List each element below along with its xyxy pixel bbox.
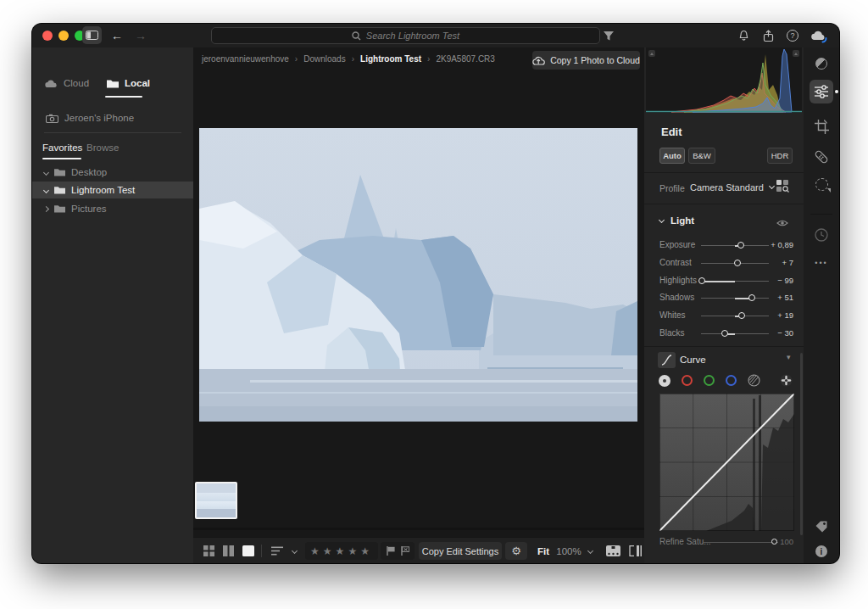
curve-collapse-dropdown[interactable]: ▾: [787, 353, 791, 361]
bw-button[interactable]: B&W: [688, 148, 715, 164]
breadcrumb-item[interactable]: Downloads: [303, 54, 345, 64]
forward-button[interactable]: →: [134, 29, 147, 42]
device-row-iphone[interactable]: Jeroen's iPhone: [46, 113, 134, 123]
sort-button[interactable]: [270, 538, 285, 564]
bottom-toolbar: ★★★★★ Copy Edit Settings ⚙ Fit 100%: [193, 537, 644, 563]
contrast-slider[interactable]: [701, 263, 769, 264]
versions-button[interactable]: [804, 227, 839, 243]
star-rating-control[interactable]: ★★★★★: [305, 542, 378, 560]
curve-channel-green[interactable]: [704, 375, 715, 386]
breadcrumb-item-file[interactable]: 2K9A5807.CR3: [436, 54, 495, 64]
tab-favorites[interactable]: Favorites: [42, 142, 82, 153]
sort-order-dropdown[interactable]: [289, 538, 299, 564]
settings-gear-button[interactable]: ⚙: [505, 542, 527, 560]
curve-channel-all[interactable]: [659, 375, 670, 387]
star-icon[interactable]: ★: [310, 545, 323, 557]
curve-channel-blue[interactable]: [726, 375, 737, 386]
slider-knob[interactable]: [771, 539, 777, 545]
star-icon[interactable]: ★: [348, 545, 360, 557]
crop-tool-button[interactable]: [804, 119, 839, 134]
star-icon[interactable]: ★: [323, 545, 336, 557]
curve-channel-red[interactable]: [682, 375, 693, 386]
filmstrip-scrollbar[interactable]: [193, 528, 644, 530]
shadow-clipping-toggle[interactable]: [648, 50, 655, 57]
tab-cloud[interactable]: Cloud: [44, 78, 89, 88]
zoom-dropdown[interactable]: [585, 538, 595, 564]
slider-knob[interactable]: [721, 330, 728, 337]
forward-icon: →: [135, 30, 147, 42]
clock-icon: [815, 228, 828, 242]
filmstrip-toggle-button[interactable]: [604, 538, 622, 564]
info-button[interactable]: i: [804, 544, 839, 559]
highlights-slider[interactable]: [701, 281, 769, 282]
shadows-slider[interactable]: [701, 298, 769, 299]
slider-knob[interactable]: [748, 294, 755, 301]
profile-browser-button[interactable]: [776, 180, 789, 196]
tone-curve-editor[interactable]: [659, 394, 794, 531]
zoom-level[interactable]: 100%: [554, 538, 583, 564]
tree-item-lightroom-test[interactable]: Lightroom Test: [44, 185, 135, 195]
notifications-button[interactable]: [736, 28, 751, 43]
auto-button[interactable]: Auto: [659, 148, 685, 164]
tag-icon: [815, 520, 828, 534]
fit-button[interactable]: Fit: [534, 538, 553, 564]
tab-browse[interactable]: Browse: [86, 142, 119, 153]
back-button[interactable]: ←: [110, 29, 124, 42]
flag-pick-icon[interactable]: [387, 546, 395, 556]
blacks-slider[interactable]: [701, 333, 769, 334]
slider-knob[interactable]: [738, 312, 745, 319]
healing-tool-button[interactable]: [804, 149, 839, 165]
before-after-button[interactable]: [627, 538, 644, 564]
curve-channel-parametric[interactable]: [748, 374, 760, 387]
whites-slider[interactable]: [701, 316, 769, 316]
slider-knob[interactable]: [698, 277, 705, 284]
breadcrumb-item[interactable]: jeroenvannieuwenhove: [202, 54, 289, 64]
help-button[interactable]: ?: [785, 28, 800, 43]
flag-reject-icon[interactable]: [401, 546, 409, 556]
histogram[interactable]: [646, 47, 802, 113]
light-visibility-toggle[interactable]: [776, 215, 788, 231]
slider-label: Whites: [659, 310, 686, 320]
presets-button[interactable]: [804, 57, 839, 70]
tree-item-desktop[interactable]: Desktop: [44, 167, 107, 177]
panel-scrollbar[interactable]: [800, 353, 803, 535]
targeted-adjustment-button[interactable]: [780, 374, 793, 390]
slider-row-highlights: Highlights − 99: [644, 273, 804, 288]
chevron-down-icon: [43, 169, 49, 175]
target-adjustment-icon: [780, 374, 793, 387]
filmstrip-thumbnail[interactable]: [195, 482, 237, 519]
profile-select[interactable]: Camera Standard: [690, 182, 774, 193]
star-icon[interactable]: ★: [336, 545, 348, 557]
search-input[interactable]: Search Lightroom Test: [211, 27, 600, 44]
detail-view-button[interactable]: [241, 538, 256, 564]
tree-item-pictures[interactable]: Pictures: [44, 204, 107, 214]
copy-to-cloud-button[interactable]: Copy 1 Photo to Cloud: [532, 51, 640, 70]
edit-tool-button[interactable]: [804, 83, 839, 100]
highlight-clipping-toggle[interactable]: [793, 50, 799, 57]
cloud-sync-button[interactable]: [809, 27, 829, 44]
exposure-slider[interactable]: [701, 245, 769, 246]
breadcrumb-item-current[interactable]: Lightroom Test: [360, 54, 421, 64]
close-window-button[interactable]: [42, 31, 53, 41]
light-section-header[interactable]: Light: [659, 215, 694, 226]
tab-local[interactable]: Local: [107, 78, 150, 88]
keywords-button[interactable]: [804, 519, 839, 534]
hdr-button[interactable]: HDR: [767, 148, 793, 164]
curve-tool-button[interactable]: [658, 352, 676, 368]
square-grid-view-button[interactable]: [221, 538, 235, 564]
more-tools-button[interactable]: •••: [804, 258, 839, 268]
left-sidebar: Cloud Local Jeroen's iPhone Favorites Br…: [32, 47, 193, 563]
slider-row-shadows: Shadows + 51: [644, 290, 804, 305]
slider-knob[interactable]: [737, 242, 744, 249]
star-icon[interactable]: ★: [360, 545, 373, 557]
grid-view-button[interactable]: [202, 538, 215, 564]
share-button[interactable]: [760, 28, 776, 43]
minimize-window-button[interactable]: [58, 31, 69, 41]
copy-edit-settings-button[interactable]: Copy Edit Settings: [419, 542, 502, 560]
sidebar-toggle-button[interactable]: [82, 26, 102, 44]
title-bar: ← → Search Lightroom Test ?: [32, 24, 839, 47]
filter-button[interactable]: [602, 29, 615, 42]
slider-knob[interactable]: [734, 260, 741, 266]
refine-saturation-slider[interactable]: [704, 542, 778, 543]
masking-tool-button[interactable]: [804, 176, 839, 192]
